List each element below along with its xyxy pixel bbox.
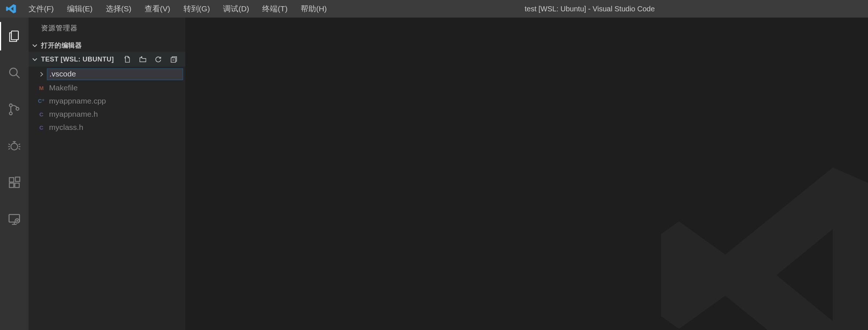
file-name: myclass.h [49, 123, 83, 132]
chevron-right-icon[interactable] [37, 70, 45, 78]
source-control-icon[interactable] [0, 95, 29, 124]
file-row[interactable]: M Makefile [29, 81, 185, 94]
menu-bar: 文件(F) 编辑(E) 选择(S) 查看(V) 转到(G) 调试(D) 终端(T… [22, 0, 333, 18]
folder-header[interactable]: TEST [WSL: UBUNTU] [29, 52, 185, 67]
collapse-all-icon[interactable] [169, 55, 178, 64]
menu-view[interactable]: 查看(V) [138, 0, 177, 18]
menu-debug[interactable]: 调试(D) [216, 0, 256, 18]
remote-explorer-icon[interactable] [0, 205, 29, 233]
debug-icon[interactable] [0, 132, 29, 160]
svg-rect-9 [15, 183, 19, 188]
svg-point-1 [10, 68, 17, 76]
menu-select[interactable]: 选择(S) [99, 0, 138, 18]
explorer-icon[interactable] [0, 22, 29, 50]
vscode-logo-icon [0, 0, 22, 18]
title-bar: 文件(F) 编辑(E) 选择(S) 查看(V) 转到(G) 调试(D) 终端(T… [0, 0, 868, 18]
file-name: myappname.h [49, 110, 98, 119]
open-editors-section[interactable]: 打开的编辑器 [29, 39, 185, 52]
folder-header-actions [123, 55, 185, 64]
search-icon[interactable] [0, 59, 29, 87]
explorer-sidebar: 资源管理器 打开的编辑器 TEST [WSL: UBUNTU] [29, 18, 185, 330]
file-row[interactable]: C⁺ myappname.cpp [29, 94, 185, 108]
file-type-icon: C⁺ [37, 97, 45, 105]
file-type-icon: C [37, 123, 45, 131]
svg-point-6 [11, 143, 18, 150]
new-folder-icon[interactable] [138, 55, 147, 64]
file-type-icon: C [37, 110, 45, 118]
chevron-down-icon [31, 55, 39, 63]
editor-area [185, 18, 868, 330]
menu-edit[interactable]: 编辑(E) [60, 0, 99, 18]
window-title: test [WSL: Ubuntu] - Visual Studio Code [333, 5, 868, 13]
svg-point-5 [16, 108, 19, 110]
svg-rect-7 [10, 178, 14, 182]
file-name: myappname.cpp [49, 97, 106, 105]
file-row[interactable]: C myclass.h [29, 121, 185, 134]
chevron-down-icon [31, 41, 39, 49]
svg-rect-8 [10, 183, 14, 188]
rename-input[interactable] [47, 68, 183, 80]
file-name: Makefile [49, 83, 78, 92]
svg-line-2 [16, 75, 20, 78]
vscode-watermark-icon [648, 147, 868, 330]
menu-goto[interactable]: 转到(G) [177, 0, 216, 18]
menu-file[interactable]: 文件(F) [22, 0, 60, 18]
rename-row [29, 67, 185, 81]
menu-help[interactable]: 帮助(H) [294, 0, 333, 18]
svg-point-4 [10, 112, 12, 115]
activity-bar [0, 18, 29, 330]
explorer-title: 资源管理器 [29, 18, 185, 39]
folder-label: TEST [WSL: UBUNTU] [41, 56, 114, 63]
file-row[interactable]: C myappname.h [29, 108, 185, 121]
folder-section: TEST [WSL: UBUNTU] [29, 52, 185, 134]
file-tree: M Makefile C⁺ myappname.cpp C myappname.… [29, 67, 185, 134]
menu-terminal[interactable]: 终端(T) [256, 0, 294, 18]
svg-rect-0 [11, 31, 18, 40]
extensions-icon[interactable] [0, 168, 29, 197]
open-editors-label: 打开的编辑器 [41, 41, 82, 50]
refresh-icon[interactable] [154, 55, 163, 64]
svg-point-3 [10, 104, 12, 107]
new-file-icon[interactable] [123, 55, 132, 64]
workbench: 资源管理器 打开的编辑器 TEST [WSL: UBUNTU] [0, 18, 868, 330]
file-type-icon: M [37, 84, 45, 92]
open-editors-header[interactable]: 打开的编辑器 [29, 39, 185, 52]
svg-rect-10 [15, 177, 20, 181]
